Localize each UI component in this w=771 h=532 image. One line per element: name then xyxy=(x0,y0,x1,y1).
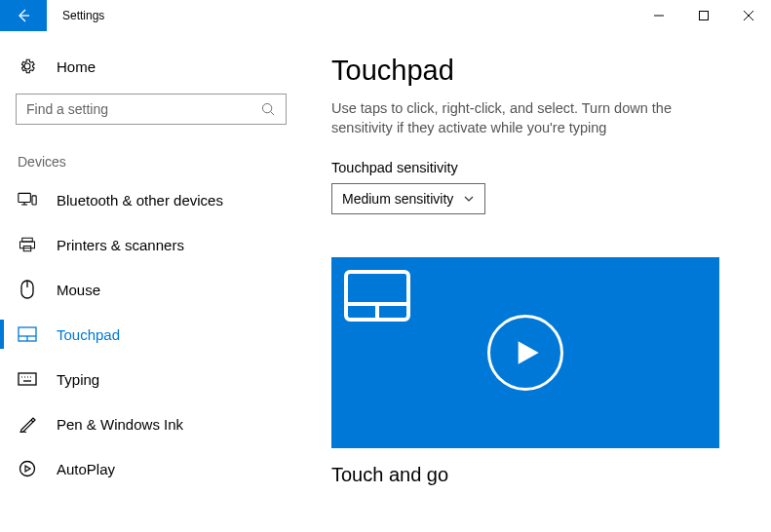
minimize-icon xyxy=(654,11,664,20)
printer-icon xyxy=(18,236,37,253)
sidebar-item-label: Touchpad xyxy=(57,326,120,343)
page-description: Use taps to click, right-click, and sele… xyxy=(331,98,721,138)
svg-rect-2 xyxy=(700,12,709,20)
play-button[interactable] xyxy=(487,315,563,391)
maximize-button[interactable] xyxy=(681,0,726,31)
maximize-icon xyxy=(699,11,709,20)
close-button[interactable] xyxy=(726,0,771,31)
touchpad-icon xyxy=(18,326,37,342)
svg-point-5 xyxy=(262,103,271,112)
sidebar: Home Find a setting Devices Bluetooth & … xyxy=(0,31,302,532)
sidebar-item-label: Pen & Windows Ink xyxy=(57,416,183,433)
video-preview[interactable] xyxy=(331,257,719,448)
page-title: Touchpad xyxy=(331,55,752,87)
sidebar-item-printers[interactable]: Printers & scanners xyxy=(0,222,302,267)
svg-rect-12 xyxy=(20,242,35,248)
dropdown-value: Medium sensitivity xyxy=(342,191,453,207)
svg-rect-7 xyxy=(19,193,30,202)
search-icon xyxy=(261,102,276,117)
search-input[interactable]: Find a setting xyxy=(16,94,287,125)
pen-icon xyxy=(18,415,37,433)
video-caption: Touch and go xyxy=(331,464,752,486)
close-icon xyxy=(744,11,753,20)
sidebar-item-label: Printers & scanners xyxy=(57,237,184,253)
play-icon xyxy=(514,339,541,366)
sidebar-item-pen[interactable]: Pen & Windows Ink xyxy=(0,401,302,446)
touchpad-glyph-icon xyxy=(343,269,411,325)
sidebar-item-touchpad[interactable]: Touchpad xyxy=(0,312,302,357)
svg-point-25 xyxy=(20,462,35,476)
mouse-icon xyxy=(18,280,37,299)
home-nav[interactable]: Home xyxy=(0,45,302,88)
gear-icon xyxy=(18,57,37,75)
sidebar-item-label: Bluetooth & other devices xyxy=(57,192,223,209)
sidebar-item-autoplay[interactable]: AutoPlay xyxy=(0,446,302,491)
minimize-button[interactable] xyxy=(636,0,681,31)
sidebar-item-label: AutoPlay xyxy=(57,461,115,477)
sidebar-item-label: Mouse xyxy=(57,282,100,298)
sidebar-item-typing[interactable]: Typing xyxy=(0,357,302,401)
titlebar: Settings xyxy=(0,0,771,31)
sensitivity-dropdown[interactable]: Medium sensitivity xyxy=(331,183,485,214)
chevron-down-icon xyxy=(463,193,475,205)
sidebar-item-bluetooth[interactable]: Bluetooth & other devices xyxy=(0,177,302,222)
home-label: Home xyxy=(57,58,96,75)
back-button[interactable] xyxy=(0,0,47,31)
devices-icon xyxy=(18,191,37,209)
sidebar-item-mouse[interactable]: Mouse xyxy=(0,267,302,312)
search-placeholder: Find a setting xyxy=(26,101,108,117)
svg-line-6 xyxy=(271,111,275,115)
window-title: Settings xyxy=(47,0,636,31)
keyboard-icon xyxy=(18,372,37,386)
sensitivity-label: Touchpad sensitivity xyxy=(331,160,752,175)
window-controls xyxy=(636,0,771,31)
svg-rect-19 xyxy=(19,373,36,385)
svg-rect-10 xyxy=(32,196,36,205)
sidebar-item-label: Typing xyxy=(57,371,99,388)
arrow-left-icon xyxy=(16,8,31,23)
autoplay-icon xyxy=(18,460,37,477)
main-content: Touchpad Use taps to click, right-click,… xyxy=(302,31,771,532)
svg-rect-11 xyxy=(22,238,33,242)
sidebar-group-header: Devices xyxy=(0,125,302,177)
